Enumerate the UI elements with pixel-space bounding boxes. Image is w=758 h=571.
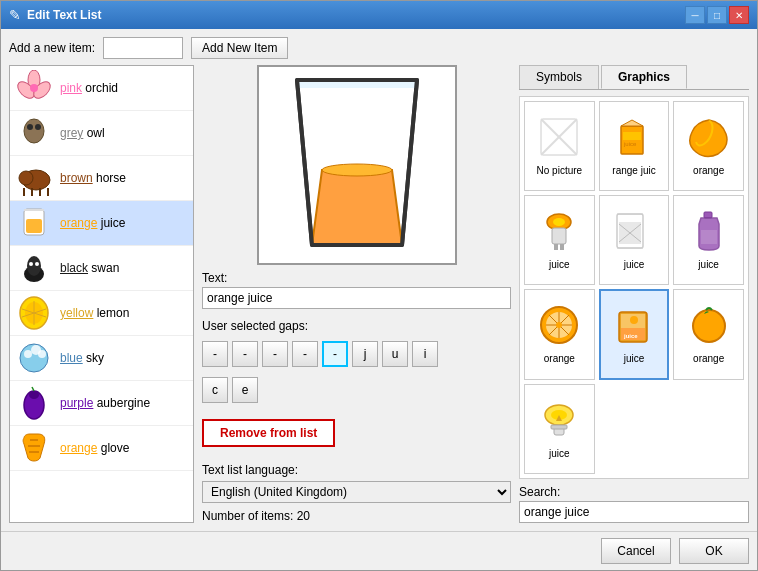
orange-round-icon (688, 304, 730, 351)
svg-point-47 (553, 218, 565, 226)
tab-symbols[interactable]: Symbols (519, 65, 599, 89)
gaps-row2: c e (202, 377, 511, 403)
list-item[interactable]: purple aubergine (10, 381, 193, 426)
graphic-juice-box[interactable]: juice (599, 195, 670, 285)
list-item[interactable]: grey owl (10, 111, 193, 156)
list-item[interactable]: orange glove (10, 426, 193, 471)
remove-button[interactable]: Remove from list (202, 419, 335, 447)
item-label: black swan (60, 261, 119, 275)
item-list[interactable]: pink orchid grey owl (9, 65, 194, 523)
gap-btn-1[interactable]: - (232, 341, 258, 367)
orange-round-label: orange (693, 353, 724, 364)
juice-box-icon (613, 210, 655, 257)
juicer-icon (538, 210, 580, 257)
juice-box-label: juice (624, 259, 645, 270)
gap-btn-6[interactable]: u (382, 341, 408, 367)
graphic-orange[interactable]: orange (673, 101, 744, 191)
tab-graphics[interactable]: Graphics (601, 65, 687, 89)
list-item[interactable]: yellow lemon (10, 291, 193, 336)
orange-blob-label: orange (693, 165, 724, 176)
add-new-button[interactable]: Add New Item (191, 37, 288, 59)
list-item[interactable]: black swan (10, 246, 193, 291)
svg-text:juice: juice (623, 141, 637, 147)
svg-rect-16 (26, 219, 42, 233)
item-thumb (14, 338, 54, 378)
graphics-grid: No picture juice range juic (519, 96, 749, 479)
svg-point-10 (19, 171, 33, 185)
search-input[interactable] (519, 501, 749, 523)
graphic-juicer[interactable]: juice (524, 195, 595, 285)
minimize-button[interactable]: ─ (685, 6, 705, 24)
svg-point-4 (24, 119, 44, 143)
dialog-footer: Cancel OK (1, 531, 757, 570)
svg-line-33 (32, 387, 34, 391)
maximize-button[interactable]: □ (707, 6, 727, 24)
item-label: brown horse (60, 171, 126, 185)
svg-point-30 (38, 350, 46, 358)
image-preview (257, 65, 457, 265)
items-count: Number of items: 20 (202, 509, 511, 523)
no-picture-label: No picture (537, 165, 583, 176)
graphic-bottle[interactable]: juice (673, 195, 744, 285)
window-icon: ✎ (9, 7, 21, 23)
item-thumb (14, 113, 54, 153)
juice-carton-label: range juic (612, 165, 655, 176)
juice-drink-icon: juice (613, 304, 655, 351)
graphic-orange-slice[interactable]: orange (524, 289, 595, 381)
center-panel: Text: User selected gaps: - - - - - j u … (202, 65, 511, 523)
search-label: Search: (519, 485, 749, 499)
gap-btn-3[interactable]: - (292, 341, 318, 367)
list-item[interactable]: pink orchid (10, 66, 193, 111)
svg-point-6 (35, 124, 41, 130)
lemon-squeezer-icon (538, 399, 580, 446)
graphic-orange-juice-carton[interactable]: juice range juic (599, 101, 670, 191)
item-label: pink orchid (60, 81, 118, 95)
titlebar: ✎ Edit Text List ─ □ ✕ (1, 1, 757, 29)
window-controls: ─ □ ✕ (685, 6, 749, 24)
svg-point-21 (35, 262, 39, 266)
main-window: ✎ Edit Text List ─ □ ✕ Add a new item: A… (0, 0, 758, 571)
orange-slice-icon (538, 304, 580, 351)
language-label: Text list language: (202, 463, 511, 477)
list-item[interactable]: brown horse (10, 156, 193, 201)
graphic-no-picture[interactable]: No picture (524, 101, 595, 191)
svg-marker-43 (621, 120, 643, 126)
item-thumb (14, 293, 54, 333)
svg-point-38 (322, 164, 392, 176)
cancel-button[interactable]: Cancel (601, 538, 671, 564)
add-new-input[interactable] (103, 37, 183, 59)
text-input[interactable] (202, 287, 511, 309)
graphic-orange-round[interactable]: orange (673, 289, 744, 381)
gap-btn-5[interactable]: j (352, 341, 378, 367)
item-thumb (14, 428, 54, 468)
ok-button[interactable]: OK (679, 538, 749, 564)
svg-text:juice: juice (623, 333, 638, 339)
svg-point-65 (556, 322, 562, 328)
item-label: purple aubergine (60, 396, 150, 410)
graphic-juice-drink[interactable]: juice juice (599, 289, 670, 381)
orange-blob-icon (688, 116, 730, 163)
svg-rect-76 (551, 425, 567, 429)
svg-rect-57 (704, 212, 712, 218)
bottom-row: Text list language: English (United King… (202, 463, 511, 523)
gap-btn-9[interactable]: e (232, 377, 258, 403)
gap-btn-7[interactable]: i (412, 341, 438, 367)
svg-rect-50 (560, 244, 564, 250)
gap-btn-0[interactable]: - (202, 341, 228, 367)
right-panel: Symbols Graphics No p (519, 65, 749, 523)
item-label: yellow lemon (60, 306, 129, 320)
item-label: orange glove (60, 441, 129, 455)
language-select[interactable]: English (United Kingdom) (202, 481, 511, 503)
list-item[interactable]: blue sky (10, 336, 193, 381)
list-item[interactable]: orange juice (10, 201, 193, 246)
close-button[interactable]: ✕ (729, 6, 749, 24)
window-content: Add a new item: Add New Item (1, 29, 757, 531)
gaps-row: - - - - - j u i (202, 341, 511, 367)
gap-btn-2[interactable]: - (262, 341, 288, 367)
svg-point-20 (29, 262, 33, 266)
graphic-lemon-squeezer[interactable]: juice (524, 384, 595, 474)
main-area: pink orchid grey owl (9, 65, 749, 523)
gap-btn-8[interactable]: c (202, 377, 228, 403)
gap-btn-4[interactable]: - (322, 341, 348, 367)
add-new-label: Add a new item: (9, 41, 95, 55)
